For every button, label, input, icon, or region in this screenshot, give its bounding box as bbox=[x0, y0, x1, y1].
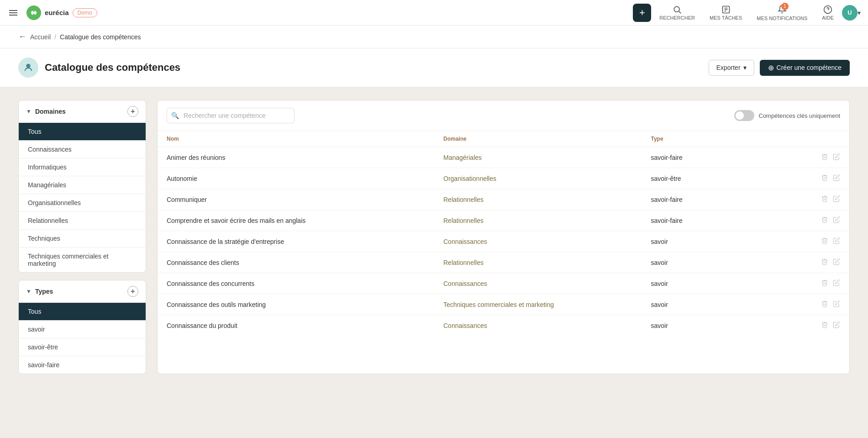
page-title: Catalogue des compétences bbox=[45, 62, 180, 74]
breadcrumb: ← Accueil / Catalogue des compétences bbox=[0, 26, 868, 48]
domaine-link[interactable]: Organisationnelles bbox=[443, 175, 496, 182]
cell-nom: Connaissance de la stratégie d'entrepris… bbox=[158, 231, 434, 252]
domaine-link[interactable]: Techniques commerciales et marketing bbox=[443, 301, 554, 308]
edit-icon[interactable] bbox=[833, 300, 840, 309]
domaine-link[interactable]: Connaissances bbox=[443, 280, 487, 287]
col-header-actions bbox=[780, 131, 850, 147]
edit-icon[interactable] bbox=[833, 216, 840, 225]
tasks-nav-button[interactable]: MES TÂCHES bbox=[703, 2, 748, 23]
edit-icon[interactable] bbox=[833, 321, 840, 330]
domaine-link[interactable]: Relationnelles bbox=[443, 217, 484, 224]
edit-icon[interactable] bbox=[833, 279, 840, 288]
cell-type: savoir-faire bbox=[642, 210, 780, 231]
cell-actions bbox=[780, 252, 850, 273]
avatar[interactable]: U bbox=[842, 5, 857, 21]
add-type-button[interactable]: + bbox=[127, 286, 138, 297]
cell-type: savoir-faire bbox=[642, 147, 780, 168]
delete-icon[interactable] bbox=[821, 216, 828, 225]
plus-icon: ⊕ bbox=[768, 63, 774, 72]
type-item-0[interactable]: Tous bbox=[19, 302, 146, 320]
table-row: Connaissance des concurrents Connaissanc… bbox=[158, 273, 849, 294]
cell-nom: Communiquer bbox=[158, 189, 434, 210]
chevron-down-icon: ▾ bbox=[743, 64, 747, 71]
table-row: Connaissance de la stratégie d'entrepris… bbox=[158, 231, 849, 252]
breadcrumb-home[interactable]: Accueil bbox=[30, 33, 51, 41]
cell-domaine: Relationnelles bbox=[434, 210, 642, 231]
domaine-item-6[interactable]: Techniques bbox=[19, 229, 146, 247]
add-domaine-button[interactable]: + bbox=[127, 106, 138, 117]
domaine-link[interactable]: Managériales bbox=[443, 154, 482, 161]
row-actions bbox=[789, 153, 841, 162]
page-icon bbox=[18, 58, 38, 78]
edit-icon[interactable] bbox=[833, 174, 840, 183]
cell-nom: Comprendre et savoir écrire des mails en… bbox=[158, 210, 434, 231]
domaine-item-0[interactable]: Tous bbox=[19, 122, 146, 140]
sidebar: ▼ Domaines + TousConnaissancesInformatiq… bbox=[18, 100, 146, 374]
main-content: ▼ Domaines + TousConnaissancesInformatiq… bbox=[0, 87, 868, 387]
svg-point-1 bbox=[674, 6, 679, 12]
search-icon bbox=[673, 5, 682, 14]
cell-actions bbox=[780, 210, 850, 231]
table-row: Connaissance des outils marketing Techni… bbox=[158, 294, 849, 315]
domaine-link[interactable]: Relationnelles bbox=[443, 259, 484, 266]
domaines-section-header[interactable]: ▼ Domaines + bbox=[19, 100, 146, 122]
page-header: Catalogue des compétences Exporter ▾ ⊕ C… bbox=[0, 48, 868, 87]
help-nav-button[interactable]: AIDE bbox=[815, 2, 840, 23]
page-actions: Exporter ▾ ⊕ Créer une compétence bbox=[709, 60, 850, 76]
create-competence-button[interactable]: ⊕ Créer une compétence bbox=[760, 60, 850, 76]
types-label: Types bbox=[35, 288, 53, 295]
cell-type: savoir-être bbox=[642, 168, 780, 189]
domaine-item-5[interactable]: Relationnelles bbox=[19, 211, 146, 229]
breadcrumb-current: Catalogue des compétences bbox=[60, 33, 141, 41]
domaines-list: TousConnaissancesInformatiquesManagérial… bbox=[19, 122, 146, 272]
domaine-link[interactable]: Relationnelles bbox=[443, 196, 484, 203]
type-item-3[interactable]: savoir-faire bbox=[19, 356, 146, 374]
edit-icon[interactable] bbox=[833, 195, 840, 204]
cell-type: savoir bbox=[642, 315, 780, 336]
domaine-link[interactable]: Connaissances bbox=[443, 238, 487, 245]
delete-icon[interactable] bbox=[821, 300, 828, 309]
svg-line-2 bbox=[679, 11, 681, 13]
edit-icon[interactable] bbox=[833, 153, 840, 162]
types-section: ▼ Types + Toussavoirsavoir-êtresavoir-fa… bbox=[18, 280, 146, 374]
cell-domaine: Organisationnelles bbox=[434, 168, 642, 189]
breadcrumb-back-button[interactable]: ← bbox=[18, 32, 26, 42]
delete-icon[interactable] bbox=[821, 258, 828, 267]
cell-actions bbox=[780, 189, 850, 210]
cell-nom: Connaissance des concurrents bbox=[158, 273, 434, 294]
page-title-wrap: Catalogue des compétences bbox=[18, 58, 180, 78]
search-input[interactable] bbox=[167, 108, 295, 123]
notifications-nav-button[interactable]: 1 MES NOTIFICATIONS bbox=[750, 2, 814, 24]
avatar-dropdown-icon[interactable]: ▾ bbox=[857, 9, 861, 16]
domaine-item-3[interactable]: Managériales bbox=[19, 176, 146, 194]
delete-icon[interactable] bbox=[821, 321, 828, 330]
domaine-link[interactable]: Connaissances bbox=[443, 322, 487, 329]
edit-icon[interactable] bbox=[833, 237, 840, 246]
delete-icon[interactable] bbox=[821, 153, 828, 162]
search-nav-button[interactable]: RECHERCHER bbox=[653, 2, 701, 23]
toggle-label: Compétences clés uniquement bbox=[759, 112, 841, 119]
domaine-item-2[interactable]: Informatiques bbox=[19, 158, 146, 176]
cles-uniquement-toggle[interactable] bbox=[734, 110, 754, 121]
domaine-item-7[interactable]: Techniques commerciales et marketing bbox=[19, 247, 146, 272]
menu-button[interactable] bbox=[7, 8, 19, 17]
table-row: Comprendre et savoir écrire des mails en… bbox=[158, 210, 849, 231]
competences-icon bbox=[23, 63, 33, 73]
types-list: Toussavoirsavoir-êtresavoir-faire bbox=[19, 302, 146, 374]
add-button[interactable]: + bbox=[633, 4, 651, 22]
types-section-header[interactable]: ▼ Types + bbox=[19, 280, 146, 302]
cell-nom: Connaissance des clients bbox=[158, 252, 434, 273]
domaine-item-4[interactable]: Organisationnelles bbox=[19, 194, 146, 211]
export-button[interactable]: Exporter ▾ bbox=[709, 60, 754, 76]
delete-icon[interactable] bbox=[821, 279, 828, 288]
col-header-type: Type bbox=[642, 131, 780, 147]
domaine-item-1[interactable]: Connaissances bbox=[19, 140, 146, 158]
delete-icon[interactable] bbox=[821, 195, 828, 204]
edit-icon[interactable] bbox=[833, 258, 840, 267]
cell-type: savoir-faire bbox=[642, 189, 780, 210]
type-item-1[interactable]: savoir bbox=[19, 320, 146, 338]
cell-actions bbox=[780, 273, 850, 294]
type-item-2[interactable]: savoir-être bbox=[19, 338, 146, 356]
delete-icon[interactable] bbox=[821, 237, 828, 246]
delete-icon[interactable] bbox=[821, 174, 828, 183]
